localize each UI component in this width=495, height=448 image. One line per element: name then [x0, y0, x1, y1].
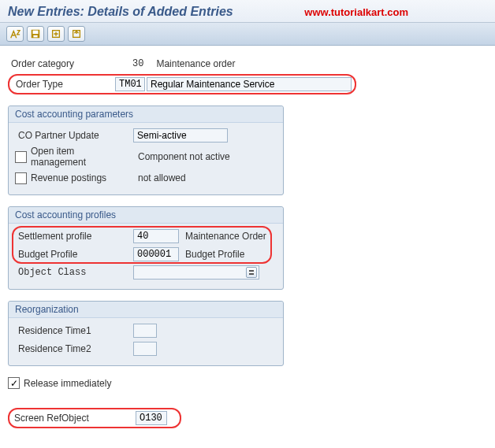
co-partner-label: CO Partner Update	[15, 130, 133, 141]
settlement-text: Maintenance Order	[185, 231, 266, 242]
res2-input[interactable]	[133, 342, 157, 356]
settlement-code-input[interactable]	[133, 229, 179, 243]
order-category-text: Maintenance order	[150, 58, 241, 69]
svg-rect-1	[33, 31, 39, 34]
budget-label: Budget Profile	[15, 249, 133, 260]
open-item-label: Open item management	[31, 146, 132, 168]
copy-button[interactable]	[68, 26, 85, 42]
cost-params-group: Cost accounting parameters CO Partner Up…	[8, 106, 284, 195]
open-item-note: Component not active	[138, 151, 230, 162]
open-item-checkbox[interactable]	[15, 151, 27, 163]
order-type-highlight: Order Type	[8, 74, 356, 94]
reorg-group: Reorganization Residence Time1 Residence…	[8, 301, 284, 366]
order-category-code: 30	[126, 58, 150, 69]
cost-profiles-group: Cost accounting profiles Settlement prof…	[8, 206, 284, 290]
svg-rect-2	[33, 35, 37, 38]
screen-ref-label: Screen RefObject	[14, 413, 132, 424]
screen-ref-input[interactable]	[136, 411, 167, 425]
order-type-code-input[interactable]	[115, 77, 145, 91]
res2-label: Residence Time2	[15, 343, 133, 354]
revenue-note: not allowed	[138, 172, 186, 183]
revenue-checkbox[interactable]	[15, 172, 27, 184]
order-type-text-input[interactable]	[147, 77, 352, 91]
res1-label: Residence Time1	[15, 325, 133, 336]
release-label: Release immediately	[24, 378, 111, 389]
settlement-label: Settlement profile	[15, 231, 133, 242]
budget-text: Budget Profile	[185, 249, 244, 260]
release-checkbox[interactable]	[8, 377, 20, 389]
toggle-button[interactable]	[6, 26, 24, 42]
reorg-title: Reorganization	[9, 302, 283, 318]
delimit-button[interactable]	[47, 26, 65, 42]
svg-rect-5	[249, 270, 254, 272]
budget-code-input[interactable]	[133, 247, 179, 261]
save-button[interactable]	[27, 26, 44, 42]
dropdown-icon	[246, 267, 257, 278]
object-class-dropdown[interactable]	[133, 265, 259, 280]
res1-input[interactable]	[133, 324, 157, 338]
release-row: Release immediately	[8, 377, 487, 389]
title-bar: New Entries: Details of Added Entries ww…	[0, 0, 495, 23]
order-category-row: Order category 30 Maintenance order	[8, 56, 487, 72]
revenue-label: Revenue postings	[31, 172, 132, 183]
co-partner-input[interactable]	[133, 128, 228, 143]
content-area: Order category 30 Maintenance order Orde…	[0, 46, 495, 444]
object-class-label: Object Class	[15, 267, 133, 278]
cost-profiles-title: Cost accounting profiles	[9, 207, 283, 224]
page-title: New Entries: Details of Added Entries	[8, 5, 487, 19]
screen-ref-highlight: Screen RefObject	[8, 408, 181, 428]
order-type-label: Order Type	[13, 79, 115, 90]
svg-rect-6	[249, 273, 254, 275]
watermark: www.tutorialkart.com	[304, 6, 408, 18]
toolbar	[0, 23, 495, 46]
cost-params-title: Cost accounting parameters	[9, 106, 283, 123]
order-category-label: Order category	[8, 58, 126, 69]
